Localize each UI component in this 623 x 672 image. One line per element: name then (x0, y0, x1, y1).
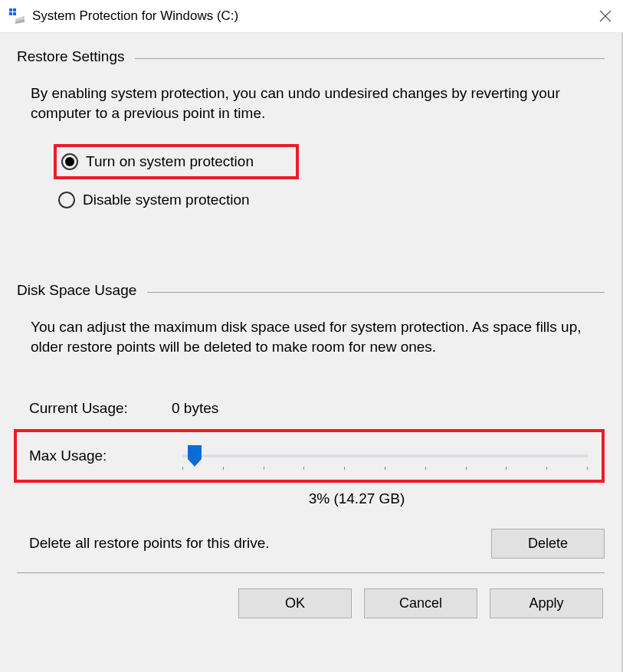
svg-rect-2 (9, 12, 12, 15)
svg-rect-0 (9, 8, 12, 11)
titlebar: System Protection for Windows (C:) (0, 0, 623, 32)
footer-divider (17, 572, 605, 573)
current-usage-value: 0 bytes (172, 400, 605, 417)
section-divider (135, 58, 605, 59)
max-usage-highlight: Max Usage: (14, 429, 605, 483)
disk-section-title: Disk Space Usage (17, 282, 147, 299)
max-usage-label: Max Usage: (29, 447, 182, 464)
section-divider (147, 292, 605, 293)
svg-rect-1 (13, 8, 16, 11)
titlebar-title: System Protection for Windows (C:) (32, 8, 597, 24)
radio-icon (61, 153, 78, 170)
restore-section-header: Restore Settings (17, 48, 605, 65)
radio-icon (58, 192, 75, 208)
delete-description: Delete all restore points for this drive… (29, 535, 491, 552)
current-usage-label: Current Usage: (29, 400, 172, 417)
svg-marker-8 (188, 445, 202, 467)
slider-ticks (182, 467, 588, 471)
protection-radio-group: Turn on system protection Disable system… (54, 144, 605, 215)
delete-row: Delete all restore points for this drive… (29, 529, 605, 559)
system-protection-icon (9, 8, 25, 24)
apply-button[interactable]: Apply (490, 588, 603, 618)
close-button[interactable] (597, 8, 614, 25)
max-usage-value: 3% (14.27 GB) (109, 490, 605, 507)
disk-description: You can adjust the maximum disk space us… (31, 317, 594, 356)
ok-button[interactable]: OK (238, 588, 352, 618)
cancel-button[interactable]: Cancel (364, 588, 477, 618)
restore-section-title: Restore Settings (17, 48, 135, 65)
disk-section-header: Disk Space Usage (17, 282, 605, 299)
restore-description: By enabling system protection, you can u… (31, 84, 594, 123)
footer-buttons: OK Cancel Apply (17, 588, 605, 618)
max-usage-slider[interactable] (182, 454, 588, 457)
radio-turn-on-label: Turn on system protection (86, 153, 254, 170)
radio-disable[interactable]: Disable system protection (54, 185, 605, 215)
current-usage-row: Current Usage: 0 bytes (29, 400, 605, 417)
svg-rect-3 (13, 12, 16, 15)
delete-button[interactable]: Delete (491, 529, 605, 559)
radio-disable-label: Disable system protection (83, 192, 250, 208)
radio-turn-on[interactable]: Turn on system protection (54, 144, 299, 179)
dialog-body: Restore Settings By enabling system prot… (0, 32, 623, 672)
slider-thumb-icon (188, 445, 202, 467)
